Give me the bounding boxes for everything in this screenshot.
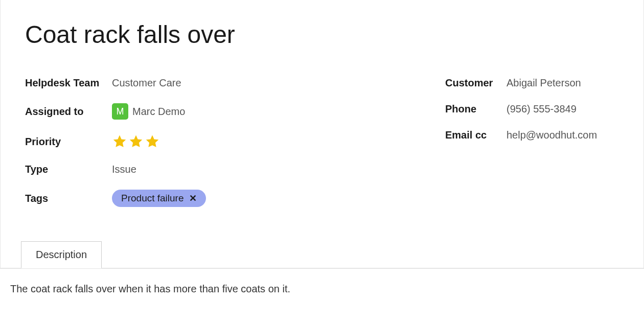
label-priority: Priority — [25, 136, 112, 148]
label-email-cc: Email cc — [445, 129, 507, 141]
field-tags: Tags Product failure ✕ — [25, 190, 425, 207]
description-panel[interactable]: The coat rack falls over when it has mor… — [0, 268, 644, 305]
right-column: Customer Abigail Peterson Phone (956) 55… — [445, 77, 619, 221]
label-assigned-to: Assigned to — [25, 106, 112, 118]
field-email-cc: Email cc help@woodhut.com — [445, 129, 619, 141]
star-icon[interactable] — [128, 134, 144, 149]
field-type: Type Issue — [25, 164, 425, 175]
avatar: M — [112, 103, 128, 120]
tag-pill[interactable]: Product failure ✕ — [112, 190, 206, 207]
label-type: Type — [25, 164, 112, 175]
tag-label: Product failure — [121, 193, 184, 204]
label-helpdesk-team: Helpdesk Team — [25, 77, 112, 89]
tab-bar: Description — [21, 241, 102, 268]
star-icon[interactable] — [145, 134, 160, 149]
assigned-to-name: Marc Demo — [132, 106, 185, 118]
field-phone: Phone (956) 555-3849 — [445, 103, 619, 115]
field-columns: Helpdesk Team Customer Care Assigned to … — [25, 77, 619, 221]
tag-remove-icon[interactable]: ✕ — [189, 193, 197, 204]
label-tags: Tags — [25, 193, 112, 204]
value-customer[interactable]: Abigail Peterson — [507, 77, 581, 89]
value-type[interactable]: Issue — [112, 164, 136, 175]
tab-description[interactable]: Description — [21, 241, 102, 268]
star-icon[interactable] — [112, 134, 127, 149]
value-phone[interactable]: (956) 555-3849 — [507, 103, 577, 115]
value-tags[interactable]: Product failure ✕ — [112, 190, 206, 207]
value-priority — [112, 134, 160, 149]
field-customer: Customer Abigail Peterson — [445, 77, 619, 89]
left-column: Helpdesk Team Customer Care Assigned to … — [25, 77, 425, 221]
value-assigned-to[interactable]: M Marc Demo — [112, 103, 185, 120]
ticket-title[interactable]: Coat rack falls over — [25, 20, 619, 49]
value-email-cc[interactable]: help@woodhut.com — [507, 129, 597, 141]
priority-stars[interactable] — [112, 134, 160, 149]
label-phone: Phone — [445, 103, 507, 115]
field-assigned-to: Assigned to M Marc Demo — [25, 103, 425, 120]
field-priority: Priority — [25, 134, 425, 149]
ticket-card: Coat rack falls over Helpdesk Team Custo… — [0, 0, 644, 268]
field-helpdesk-team: Helpdesk Team Customer Care — [25, 77, 425, 89]
label-customer: Customer — [445, 77, 507, 89]
value-helpdesk-team[interactable]: Customer Care — [112, 77, 181, 89]
